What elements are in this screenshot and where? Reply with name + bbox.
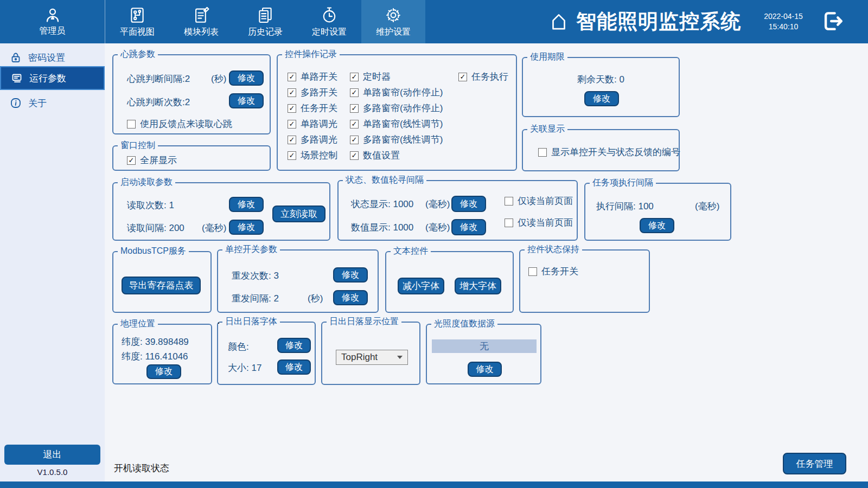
checkbox[interactable] xyxy=(505,197,513,206)
checkbox[interactable] xyxy=(288,151,296,160)
task-manage-button[interactable]: 任务管理 xyxy=(783,453,846,474)
status-current-page-row[interactable]: 仅读当前页面 xyxy=(505,195,573,207)
checkbox-label: 多路开关 xyxy=(301,86,337,99)
op-record-row[interactable]: 多路调光 xyxy=(288,133,337,146)
heartbeat-count-label: 心跳判断次数:2 xyxy=(127,96,190,108)
op-record-row[interactable]: 数值设置 xyxy=(350,149,400,162)
lux-source-value: 无 xyxy=(432,339,537,353)
nav-item-plan-view[interactable]: 平面视图 xyxy=(105,0,169,43)
op-record-row[interactable]: 单路开关 xyxy=(288,70,337,83)
sidebar-item-run-params[interactable]: 运行参数 xyxy=(0,66,105,90)
bottom-strip xyxy=(0,481,868,488)
modify-exec-interval-button[interactable]: 修改 xyxy=(640,218,674,233)
export-register-table-button[interactable]: 导出寄存器点表 xyxy=(122,277,201,294)
checkbox[interactable] xyxy=(350,120,359,129)
user-icon xyxy=(44,7,61,24)
logout-button[interactable] xyxy=(820,9,844,33)
remaining-days-label: 剩余天数: 0 xyxy=(523,73,679,86)
op-record-row[interactable]: 多路窗帘(动作停止) xyxy=(350,102,443,114)
checkbox[interactable] xyxy=(288,73,296,81)
modify-usage-period-button[interactable]: 修改 xyxy=(584,91,619,106)
feedback-heartbeat-row[interactable]: 使用反馈点来读取心跳 xyxy=(127,118,232,130)
checkbox[interactable] xyxy=(350,104,359,113)
checkbox[interactable] xyxy=(350,73,359,81)
group-polling-interval: 状态、数值轮寻间隔 状态显示: 1000 (毫秒) 修改 仅读当前页面 数值显示… xyxy=(337,180,578,241)
checkbox-label: 定时器 xyxy=(363,70,391,83)
lock-icon xyxy=(9,51,22,64)
nav-label: 历史记录 xyxy=(248,27,283,38)
checkbox-label: 使用反馈点来读取心跳 xyxy=(140,118,232,130)
task-switch-row[interactable]: 任务开关 xyxy=(528,265,578,278)
modify-heartbeat-interval-button[interactable]: 修改 xyxy=(229,70,264,86)
checkbox-label: 多路窗帘(线性调节) xyxy=(363,133,443,146)
modify-heartbeat-count-button[interactable]: 修改 xyxy=(229,93,264,108)
read-count-label: 读取次数: 1 xyxy=(127,199,174,211)
increase-font-button[interactable]: 增大字体 xyxy=(455,278,501,294)
checkbox[interactable] xyxy=(127,120,136,129)
nav-item-maintenance-settings[interactable]: 维护设置 xyxy=(361,0,425,43)
modify-lux-source-button[interactable]: 修改 xyxy=(468,362,502,377)
nav-item-history[interactable]: 历史记录 xyxy=(233,0,297,43)
modify-font-color-button[interactable]: 修改 xyxy=(277,338,311,353)
module-list-icon xyxy=(192,6,210,24)
exec-interval-unit: (毫秒) xyxy=(695,200,719,213)
checkbox[interactable] xyxy=(288,104,296,113)
checkbox[interactable] xyxy=(288,88,296,97)
group-sunrise-font: 日出日落字体 颜色: 修改 大小: 17 修改 xyxy=(217,322,316,385)
exec-interval-label: 执行间隔: 100 xyxy=(596,200,654,213)
modify-read-count-button[interactable]: 修改 xyxy=(229,197,264,212)
checkbox[interactable] xyxy=(350,88,359,97)
op-record-row[interactable]: 单路窗帘(线性调节) xyxy=(350,118,443,130)
checkbox[interactable] xyxy=(288,136,296,144)
checkbox[interactable] xyxy=(505,219,513,227)
checkbox[interactable] xyxy=(350,151,359,160)
modify-font-size-button[interactable]: 修改 xyxy=(277,359,311,375)
sidebar-item-label: 密码设置 xyxy=(28,52,65,64)
resend-count-label: 重发次数: 3 xyxy=(232,269,279,282)
op-record-row[interactable]: 多路窗帘(线性调节) xyxy=(350,133,443,146)
admin-block: 管理员 xyxy=(0,0,105,43)
checkbox[interactable] xyxy=(458,73,467,81)
checkbox-label: 仅读当前页面 xyxy=(518,195,573,207)
modify-geo-button[interactable]: 修改 xyxy=(146,364,181,379)
nav-item-timer-settings[interactable]: 定时设置 xyxy=(297,0,361,43)
group-title: 心跳参数 xyxy=(118,49,158,60)
modify-read-interval-button[interactable]: 修改 xyxy=(229,220,264,235)
checkbox[interactable] xyxy=(127,156,136,165)
modify-value-display-button[interactable]: 修改 xyxy=(451,219,486,235)
group-single-switch-params: 单控开关参数 重发次数: 3 修改 重发间隔: 2 (秒) 修改 xyxy=(217,249,379,313)
checkbox[interactable] xyxy=(350,136,359,144)
checkbox-label: 任务开关 xyxy=(301,102,337,114)
modify-resend-count-button[interactable]: 修改 xyxy=(333,267,368,282)
checkbox-label: 单路调光 xyxy=(301,118,337,130)
position-select[interactable]: TopRight xyxy=(336,350,408,365)
op-record-row[interactable]: 单路调光 xyxy=(288,118,337,130)
checkbox[interactable] xyxy=(528,267,537,276)
sidebar-item-label: 关于 xyxy=(28,97,47,110)
checkbox[interactable] xyxy=(288,120,296,129)
op-record-row[interactable]: 定时器 xyxy=(350,70,391,83)
nav-label: 模块列表 xyxy=(184,27,219,38)
checkbox[interactable] xyxy=(538,148,547,157)
nav-item-module-list[interactable]: 模块列表 xyxy=(169,0,233,43)
op-record-row[interactable]: 任务开关 xyxy=(288,102,337,114)
value-current-page-row[interactable]: 仅读当前页面 xyxy=(505,216,573,229)
op-record-row[interactable]: 多路开关 xyxy=(288,86,337,99)
assoc-display-row[interactable]: 显示单控开关与状态反馈的编号 xyxy=(538,146,680,158)
group-startup-read: 启动读取参数 读取次数: 1 修改 读取间隔: 200 (毫秒) 修改 立刻读取 xyxy=(112,182,330,241)
op-record-row[interactable]: 场景控制 xyxy=(288,149,337,162)
op-record-row[interactable]: 任务执行 xyxy=(458,70,508,83)
fullscreen-row[interactable]: 全屏显示 xyxy=(127,154,177,166)
modify-status-display-button[interactable]: 修改 xyxy=(451,196,486,212)
group-title: 地理位置 xyxy=(118,318,158,330)
sidebar-item-password-settings[interactable]: 密码设置 xyxy=(0,47,105,68)
read-now-button[interactable]: 立刻读取 xyxy=(272,206,326,222)
time-text: 15:40:10 xyxy=(758,22,808,32)
exit-button[interactable]: 退出 xyxy=(4,445,100,465)
modify-resend-interval-button[interactable]: 修改 xyxy=(333,290,368,305)
sidebar-item-about[interactable]: 关于 xyxy=(0,92,105,114)
nav-label: 定时设置 xyxy=(312,27,347,38)
font-color-swatch xyxy=(218,323,219,324)
decrease-font-button[interactable]: 减小字体 xyxy=(398,278,444,294)
op-record-row[interactable]: 单路窗帘(动作停止) xyxy=(350,86,443,99)
